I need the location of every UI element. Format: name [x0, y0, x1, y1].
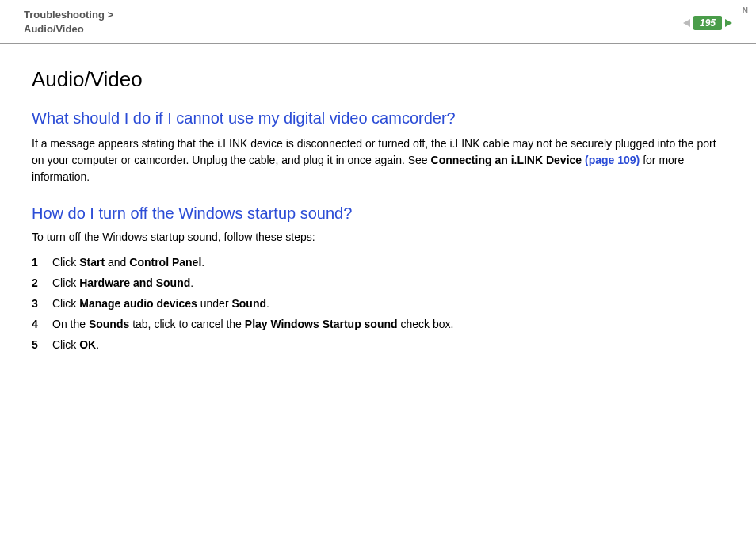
page-content: Audio/Video What should I do if I cannot… [0, 44, 756, 379]
body-bold-device: Connecting an i.LINK Device [431, 154, 585, 166]
next-page-icon[interactable] [725, 19, 732, 27]
page-link-109[interactable]: (page 109) [585, 154, 640, 166]
body-camcorder: If a message appears stating that the i.… [32, 135, 724, 185]
breadcrumb-current: Audio/Video [24, 22, 113, 36]
question-startup-sound: How do I turn off the Windows startup so… [32, 204, 724, 223]
steps-list: Click Start and Control Panel. Click Har… [32, 253, 724, 355]
page-title: Audio/Video [32, 67, 724, 92]
page-header: Troubleshooting > Audio/Video 195 [0, 0, 756, 44]
page-number: 195 [693, 16, 722, 30]
step-item: Click Manage audio devices under Sound. [32, 294, 724, 315]
prev-page-icon[interactable] [683, 19, 690, 27]
step-item: On the Sounds tab, click to cancel the P… [32, 315, 724, 335]
breadcrumb: Troubleshooting > Audio/Video [24, 8, 113, 36]
breadcrumb-parent: Troubleshooting > [24, 8, 113, 22]
question-camcorder: What should I do if I cannot use my digi… [32, 109, 724, 128]
page-navigation: 195 [683, 16, 732, 30]
n-mark: N [743, 6, 748, 15]
step-item: Click Hardware and Sound. [32, 273, 724, 294]
step-item: Click OK. [32, 335, 724, 356]
steps-intro: To turn off the Windows startup sound, f… [32, 231, 724, 243]
step-item: Click Start and Control Panel. [32, 253, 724, 273]
